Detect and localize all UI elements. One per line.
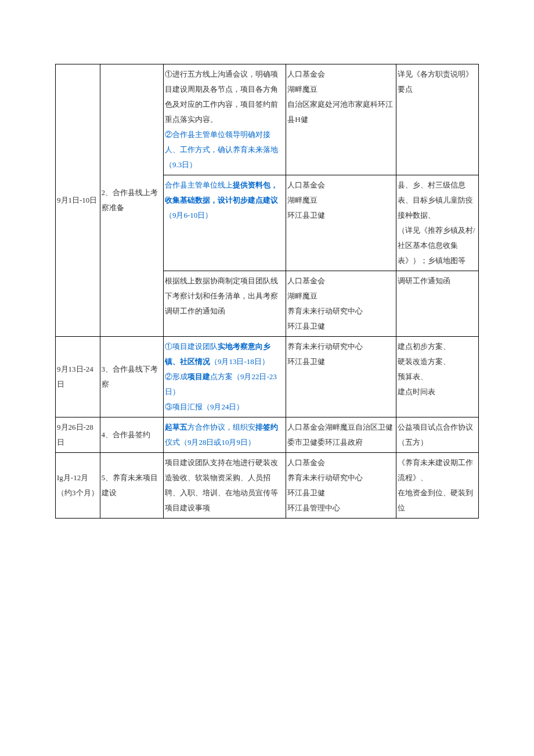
bold2: 排签约 — [255, 423, 278, 431]
date-cell: Ig月-12月（约3个月） — [56, 453, 100, 519]
task-desc-highlight: ②合作县主管单位领导明确对接人、工作方式，确认养育未来落地（9.3日） — [165, 130, 278, 169]
party-cell: 人口基金会湖畔魔豆自治区卫健委市卫健委环江县政府 — [286, 417, 396, 453]
date-cell: 9月1日-10日 — [56, 64, 100, 337]
line1-suffix: （9月13日-18日） — [210, 357, 269, 366]
stage-cell: 3、合作县线下考察 — [100, 337, 163, 417]
stage-cell: 4、合作县签约 — [100, 417, 163, 453]
task-prefix: 合作县主管单位线上 — [165, 181, 233, 189]
output-cell: 《养育未来建设期工作流程》、 在地资金到位、硬装到位 — [396, 453, 478, 519]
output-cell: 调研工作通知函 — [396, 271, 478, 337]
task-desc-cell: ①进行五方线上沟通会议，明确项目建设周期及各节点，项目各方角色及对应的工作内容，… — [163, 64, 286, 175]
task-desc-cell: ①项目建设团队实地考察意向乡镇、社区情况（9月13日-18日） ②形成项目建点方… — [163, 337, 286, 417]
line3: ③项目汇报（9月24日） — [165, 402, 244, 411]
task-desc-cell: 合作县主管单位线上提供资料包，收集基础数据，设计初步建点建议（9月6-10日） — [163, 175, 286, 271]
output-cell: 详见《各方职责说明》要点 — [396, 64, 478, 175]
party-cell: 人口基金会 湖畔魔豆 养育未来行动研究中心 环江县卫健 — [286, 271, 396, 337]
task-desc-plain: ①进行五方线上沟通会议，明确项目建设周期及各节点，项目各方角色及对应的工作内容，… — [165, 70, 278, 124]
party-cell: 人口基金会 养育未来行动研究中心 环江县卫健 环江县管理中心 — [286, 453, 396, 519]
line1-prefix: ①项目建设团队 — [165, 342, 218, 351]
party-cell: 人口基金会 湖畔魔豆 环江县卫健 — [286, 175, 396, 271]
task-desc-cell: 项目建设团队支持在地进行硬装改造验收、软装物资采购、人员招聘、入职、培训、在地动… — [163, 453, 286, 519]
output-cell: 县、乡、村三级信息表、目标乡镇儿童防疫接种数据、 （详见《推荐乡镇及村/社区基本… — [396, 175, 478, 271]
task-desc-cell: 根据线上数据协商制定项目团队线下考察计划和任务清单，出具考察调研工作的通知函 — [163, 271, 286, 337]
suffix: 仪式（9月28日或10月9日） — [165, 438, 255, 447]
bold1: 起草五 — [165, 423, 187, 431]
line2-prefix: ②形成 — [165, 372, 187, 381]
schedule-table: 9月1日-10日 2、合作县线上考察准备 ①进行五方线上沟通会议，明确项目建设周… — [55, 64, 479, 519]
task-desc-cell: 起草五方合作协议，组织安排签约仪式（9月28日或10月9日） — [163, 417, 286, 453]
output-cell: 公益项目试点合作协议（五方） — [396, 417, 478, 453]
date-cell: 9月26日-28日 — [56, 417, 100, 453]
task-suffix: （9月6-10日） — [165, 211, 212, 219]
table-row: 9月26日-28日 4、合作县签约 起草五方合作协议，组织安排签约仪式（9月28… — [56, 417, 479, 453]
stage-cell: 5、养育未来项目建设 — [100, 453, 163, 519]
stage-cell: 2、合作县线上考察准备 — [100, 64, 163, 337]
table-row: 9月13日-24日 3、合作县线下考察 ①项目建设团队实地考察意向乡镇、社区情况… — [56, 337, 479, 417]
mid: 方合作协议，组织安 — [187, 423, 255, 431]
party-cell: 养育未来行动研究中心 环江县卫健 — [286, 337, 396, 417]
table-row: 9月1日-10日 2、合作县线上考察准备 ①进行五方线上沟通会议，明确项目建设周… — [56, 64, 479, 175]
table-row: Ig月-12月（约3个月） 5、养育未来项目建设 项目建设团队支持在地进行硬装改… — [56, 453, 479, 519]
party-cell: 人口基金会 湖畔魔豆 自治区家庭处河池市家庭科环江县H健 — [286, 64, 396, 175]
output-cell: 建点初步方案、 硬装改造方案、 预算表、 建点时间表 — [396, 337, 478, 417]
date-cell: 9月13日-24日 — [56, 337, 100, 417]
line2-bold: 项目建 — [187, 372, 210, 381]
